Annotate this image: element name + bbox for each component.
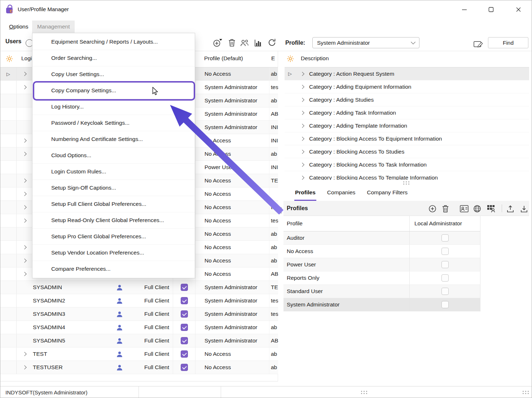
enabled-checkbox[interactable]	[181, 310, 188, 318]
row-expander[interactable]	[17, 361, 32, 374]
tree-row-category-adding-template-information[interactable]: Category : Adding Template Information	[285, 119, 529, 132]
user-row-test[interactable]: TESTFull ClientNo Accessab	[0, 348, 278, 361]
menu-item-password-keycloak-settings[interactable]: Password / Keycloak Settings...	[32, 115, 195, 131]
tab-companies[interactable]: Companies	[326, 185, 356, 201]
add-user-button[interactable]	[212, 37, 223, 48]
menu-item-setup-read-only-client-global-preferences[interactable]: Setup Read-Only Client Global Preference…	[32, 212, 195, 229]
user-row-sysadmin5[interactable]: SYSADMIN5Full ClientSystem Administrator…	[0, 334, 278, 348]
row-expander[interactable]	[17, 267, 32, 280]
import-button[interactable]	[519, 204, 529, 213]
tree-expander[interactable]	[295, 80, 309, 93]
row-expander[interactable]	[17, 147, 32, 160]
resize-grip[interactable]	[523, 391, 524, 392]
tab-company-filters[interactable]: Company Filters	[366, 185, 408, 201]
tree-row-category-action-request-system[interactable]: ▷Category : Action Request System	[285, 67, 529, 80]
menu-item-cloud-options[interactable]: Cloud Options...	[32, 147, 195, 164]
menu-item-equipment-searching-reports-layouts[interactable]: Equipment Searching / Reports / Layouts.…	[32, 34, 195, 50]
maximize-button[interactable]	[482, 1, 500, 18]
row-expander[interactable]	[17, 174, 32, 187]
row-expander[interactable]	[17, 187, 32, 200]
row-expander[interactable]	[17, 81, 32, 94]
local-admin-checkbox[interactable]	[441, 248, 449, 255]
export-button[interactable]	[506, 204, 515, 213]
close-button[interactable]	[510, 1, 527, 18]
delete-profile-button[interactable]	[441, 204, 450, 213]
profile-row-auditor[interactable]: Auditor	[283, 231, 480, 245]
user-row-sysadmin3[interactable]: SYSADMIN3Full ClientSystem Administrator…	[0, 308, 278, 321]
profile-row-no-access[interactable]: No Access	[283, 245, 480, 258]
local-admin-checkbox[interactable]	[441, 274, 449, 282]
enabled-checkbox[interactable]	[181, 350, 188, 358]
profile-row-power-user[interactable]: Power User	[283, 258, 480, 271]
column-header-extra[interactable]: E	[271, 55, 278, 62]
user-row-sysadmin2[interactable]: SYSADMIN2Full ClientSystem Administrator…	[0, 294, 278, 308]
row-expander[interactable]	[17, 348, 32, 361]
enabled-checkbox[interactable]	[181, 364, 188, 371]
profile-row-system-administrator[interactable]: System Administrator	[283, 298, 480, 311]
row-expander[interactable]	[17, 241, 32, 254]
tree-expander[interactable]	[295, 158, 309, 171]
menu-item-compare-preferences[interactable]: Compare Preferences...	[32, 261, 195, 277]
menu-item-login-custom-rules[interactable]: Login Custom Rules...	[32, 164, 195, 180]
menu-item-setup-pro-client-global-preferences[interactable]: Setup Pro Client Global Preferences...	[32, 229, 195, 245]
menu-item-numbering-and-certificate-settings[interactable]: Numbering And Certificate Settings...	[32, 131, 195, 147]
profile-row-standard-user[interactable]: Standard User	[283, 285, 480, 298]
menu-item-setup-full-client-global-preferences[interactable]: Setup Full Client Global Preferences...	[32, 196, 195, 212]
enabled-checkbox[interactable]	[181, 297, 188, 304]
menu-item-log-history[interactable]: Log History...	[32, 99, 195, 115]
settings-sun-icon[interactable]	[6, 55, 13, 64]
profile-select[interactable]: System Administrator	[312, 37, 419, 48]
settings-sun-icon[interactable]	[287, 55, 294, 64]
enabled-checkbox[interactable]	[181, 324, 188, 331]
row-expander[interactable]	[17, 67, 32, 80]
grid-user-button[interactable]	[486, 204, 496, 213]
tree-expander[interactable]	[295, 171, 309, 180]
user-row-sysadmin[interactable]: SYSADMINFull ClientSystem AdministratorT…	[0, 281, 278, 294]
row-expander[interactable]	[17, 214, 32, 227]
menu-management[interactable]: Management	[32, 21, 75, 33]
column-header-profile[interactable]: Profile	[283, 216, 409, 231]
globe-button[interactable]	[472, 204, 482, 213]
row-expander[interactable]	[17, 201, 32, 214]
tree-row-category-blocking-access-to-equipment-information[interactable]: Category : Blocking Access To Equipment …	[285, 132, 529, 145]
tree-expander[interactable]	[295, 67, 309, 80]
menu-item-setup-sign-off-captions[interactable]: Setup Sign-Off Captions...	[32, 180, 195, 196]
find-button[interactable]: Find	[488, 37, 528, 48]
tree-expander[interactable]	[295, 145, 309, 158]
row-expander[interactable]	[17, 134, 32, 147]
menu-options[interactable]: Options	[4, 21, 33, 33]
column-header-profile-default[interactable]: Profile (Default)	[204, 55, 243, 62]
splitter-handle[interactable]	[403, 181, 404, 182]
user-card-button[interactable]	[460, 204, 469, 213]
add-profile-button[interactable]	[428, 204, 437, 213]
local-admin-checkbox[interactable]	[441, 234, 449, 242]
tree-row-category-adding-task-information[interactable]: Category : Adding Task Information	[285, 106, 529, 119]
profile-row-reports-only[interactable]: Reports Only	[283, 271, 480, 285]
refresh-button[interactable]	[267, 37, 277, 48]
tree-expander[interactable]	[295, 119, 309, 132]
splitter-handle[interactable]	[361, 391, 362, 392]
splitter-handle[interactable]	[278, 207, 280, 208]
edit-profile-button[interactable]	[474, 39, 484, 49]
tree-expander[interactable]	[295, 93, 309, 106]
tree-row-category-blocking-access-to-studies[interactable]: Category : Blocking Access To Studies	[285, 145, 529, 158]
column-header-description[interactable]: Description	[301, 55, 329, 62]
local-admin-checkbox[interactable]	[441, 301, 449, 308]
column-header-login[interactable]: Logi	[21, 55, 32, 62]
user-row-sysadmin4[interactable]: SYSADMIN4Full ClientSystem Administrator…	[0, 321, 278, 334]
row-expander[interactable]	[17, 254, 32, 267]
minimize-button[interactable]	[456, 1, 473, 18]
local-admin-checkbox[interactable]	[441, 288, 449, 295]
tree-row-category-blocking-access-to-task-information[interactable]: Category : Blocking Access To Task Infor…	[285, 158, 529, 171]
statistics-button[interactable]	[253, 38, 263, 48]
menu-item-order-searching[interactable]: Order Searching...	[32, 50, 195, 66]
tree-row-category-adding-studies[interactable]: Category : Adding Studies	[285, 93, 529, 106]
tab-profiles[interactable]: Profiles	[294, 185, 316, 201]
menu-item-copy-company-settings[interactable]: Copy Company Settings...	[32, 83, 195, 99]
tree-expander[interactable]	[295, 106, 309, 119]
menu-item-setup-vendor-location-preferences[interactable]: Setup Vendor Location Preferences...	[32, 245, 195, 261]
menu-item-copy-user-settings[interactable]: Copy User Settings...	[32, 66, 195, 83]
delete-user-button[interactable]	[227, 37, 237, 48]
tree-row-category-blocking-access-to-template-information[interactable]: Category : Blocking Access To Template I…	[285, 171, 529, 180]
enabled-checkbox[interactable]	[181, 284, 188, 291]
